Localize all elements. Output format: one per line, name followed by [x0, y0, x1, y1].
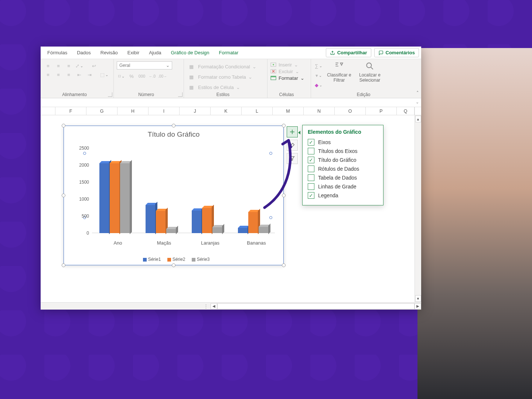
- bar-cluster[interactable]: [238, 212, 275, 233]
- ribbon-tab-ajuda[interactable]: Ajuda: [144, 48, 166, 58]
- elements-option-rotulos_dados[interactable]: Rótulos de Dados: [308, 164, 378, 173]
- formula-bar-expand-icon[interactable]: ⌄: [416, 100, 419, 105]
- dialog-launcher-icon[interactable]: [108, 92, 112, 97]
- column-header[interactable]: M: [273, 107, 304, 115]
- cells-insert-button[interactable]: Inserir ⌄: [270, 61, 308, 68]
- elements-option-linhas_grade[interactable]: Linhas de Grade: [308, 182, 378, 191]
- comma-format-icon[interactable]: 000: [138, 72, 146, 80]
- checkbox[interactable]: ✓: [308, 192, 314, 199]
- bar-series1[interactable]: [99, 163, 109, 233]
- align-center-icon[interactable]: ≡: [55, 71, 62, 78]
- elements-option-tabela_dados[interactable]: Tabela de Dados: [308, 173, 378, 182]
- checkbox[interactable]: ✓: [308, 139, 314, 146]
- chart-y-axis[interactable]: 0 500 1000 1500 2000 2500: [75, 148, 91, 233]
- chart-elements-button[interactable]: [287, 126, 298, 137]
- merge-center-icon[interactable]: ⬚: [100, 71, 108, 78]
- formula-bar[interactable]: ⌄: [41, 98, 421, 107]
- ribbon-tab-grafico-design[interactable]: Gráfico de Design: [167, 48, 214, 58]
- autosum-icon[interactable]: ∑: [315, 62, 322, 69]
- resize-handle[interactable]: [62, 194, 65, 197]
- find-select-button[interactable]: Localizar e Selecionar: [355, 61, 384, 83]
- orientation-icon[interactable]: ⤢: [75, 62, 83, 69]
- column-header[interactable]: Q: [397, 107, 415, 115]
- elements-option-eixos[interactable]: ✓Eixos: [308, 138, 378, 147]
- elements-option-titulo_grafico[interactable]: ✓Título do Gráfico: [308, 156, 378, 164]
- ribbon-tab-formatar[interactable]: Formatar: [215, 48, 243, 58]
- decrease-decimal-icon[interactable]: .00→: [159, 72, 166, 80]
- bar-series2[interactable]: [156, 211, 166, 233]
- column-header[interactable]: O: [335, 107, 366, 115]
- increase-decimal-icon[interactable]: ←.0: [149, 72, 156, 80]
- cells-format-button[interactable]: Formatar ⌄: [270, 75, 308, 81]
- checkbox[interactable]: [308, 148, 314, 154]
- bar-series2[interactable]: [202, 208, 212, 233]
- column-header[interactable]: L: [242, 107, 273, 115]
- ribbon-collapse-icon[interactable]: ˄: [416, 90, 419, 96]
- sort-filter-button[interactable]: Classificar e Filtrar: [327, 61, 352, 83]
- scroll-right-button[interactable]: ▶: [415, 303, 421, 309]
- align-right-icon[interactable]: ≡: [65, 71, 72, 78]
- vertical-scrollbar[interactable]: ▲ ▼: [415, 115, 421, 302]
- number-format-select[interactable]: Geral ⌄: [117, 61, 172, 69]
- bar-cluster[interactable]: [99, 163, 136, 233]
- bar-series1[interactable]: [146, 205, 155, 233]
- sheet-tab-area[interactable]: ⋮: [41, 303, 211, 309]
- embedded-chart[interactable]: Título do Gráfico 0 500 1000 1500 2000 2…: [64, 126, 284, 265]
- column-header[interactable]: J: [180, 107, 211, 115]
- column-header[interactable]: I: [149, 107, 180, 115]
- checkbox[interactable]: ✓: [308, 157, 314, 163]
- ribbon-tab-formulas[interactable]: Fórmulas: [43, 48, 72, 58]
- align-middle-icon[interactable]: ≡: [55, 62, 62, 69]
- checkbox[interactable]: [308, 183, 314, 190]
- bar-series3[interactable]: [166, 229, 176, 233]
- scrollbar-track[interactable]: [217, 303, 415, 309]
- bar-cluster[interactable]: [192, 208, 229, 233]
- share-button[interactable]: Compartilhar: [326, 48, 371, 57]
- ribbon-tab-dados[interactable]: Dados: [72, 48, 95, 58]
- column-header[interactable]: N: [304, 107, 335, 115]
- dialog-launcher-icon[interactable]: [178, 92, 183, 97]
- chart-styles-button[interactable]: [287, 140, 298, 151]
- column-header[interactable]: H: [117, 107, 149, 115]
- bar-series1[interactable]: [192, 211, 201, 233]
- ribbon-tab-revisao[interactable]: Revisão: [96, 48, 122, 58]
- conditional-formatting-button[interactable]: ▦ Formatação Condicional ⌄: [187, 61, 264, 72]
- format-as-table-button[interactable]: ▦ Formatar como Tabela ⌄: [187, 72, 264, 82]
- scroll-left-button[interactable]: ◀: [211, 303, 217, 309]
- chart-filters-button[interactable]: [287, 153, 298, 164]
- checkbox[interactable]: [308, 166, 314, 172]
- resize-handle[interactable]: [62, 263, 65, 267]
- bar-cluster[interactable]: [146, 205, 183, 233]
- scroll-down-button[interactable]: ▼: [415, 295, 421, 302]
- cells-delete-button[interactable]: Excluir ⌄: [270, 68, 308, 75]
- select-all-corner[interactable]: [41, 107, 55, 115]
- resize-handle[interactable]: [172, 263, 175, 267]
- chart-title[interactable]: Título do Gráfico: [64, 126, 283, 139]
- horizontal-scrollbar[interactable]: ⋮ ◀ ▶: [41, 302, 421, 310]
- percent-format-icon[interactable]: %: [128, 72, 135, 80]
- fill-icon[interactable]: ▾: [315, 72, 322, 79]
- bar-series3[interactable]: [212, 227, 222, 233]
- column-header[interactable]: F: [55, 107, 86, 115]
- cell-styles-button[interactable]: ▦ Estilos de Célula ⌄: [187, 82, 264, 92]
- ribbon-tab-exibir[interactable]: Exibir: [123, 48, 144, 58]
- elements-option-legenda[interactable]: ✓Legenda: [308, 191, 378, 200]
- resize-handle[interactable]: [282, 124, 286, 127]
- resize-handle[interactable]: [172, 124, 175, 127]
- wrap-text-icon[interactable]: ↩: [90, 62, 98, 69]
- chart-plot-area[interactable]: Ano Maçãs Laranjas Bananas: [92, 148, 275, 233]
- column-header[interactable]: P: [366, 107, 397, 115]
- checkbox[interactable]: [308, 174, 314, 181]
- column-header[interactable]: K: [211, 107, 242, 115]
- align-bottom-icon[interactable]: ≡: [65, 62, 72, 69]
- comments-button[interactable]: Comentários: [374, 48, 419, 57]
- bar-series3[interactable]: [259, 227, 268, 233]
- resize-handle[interactable]: [282, 263, 286, 267]
- align-top-icon[interactable]: ≡: [44, 62, 52, 69]
- elements-option-titulos_eixos[interactable]: Títulos dos Eixos: [308, 147, 378, 156]
- bar-series3[interactable]: [120, 163, 130, 233]
- increase-indent-icon[interactable]: ⇥: [86, 71, 93, 78]
- clear-icon[interactable]: ◆: [315, 81, 322, 89]
- resize-handle[interactable]: [62, 124, 65, 127]
- align-left-icon[interactable]: ≡: [44, 71, 52, 78]
